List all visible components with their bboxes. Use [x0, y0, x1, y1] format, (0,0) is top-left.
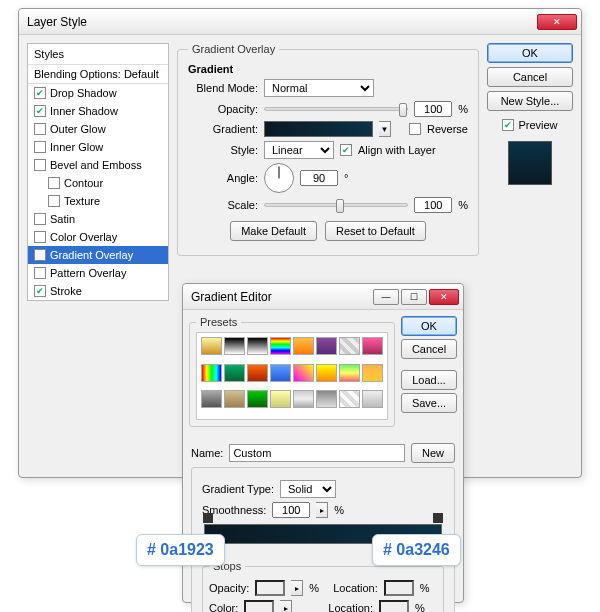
smooth-input[interactable]	[272, 502, 310, 518]
style-item-outer-glow[interactable]: Outer Glow	[28, 120, 168, 138]
editor-ok-button[interactable]: OK	[401, 316, 457, 336]
style-select[interactable]: Linear	[264, 141, 334, 159]
reset-default-button[interactable]: Reset to Default	[325, 221, 426, 241]
editor-titlebar: Gradient Editor — ☐ ✕	[183, 284, 463, 310]
right-column: OK Cancel New Style... ✔ Preview	[487, 43, 573, 301]
preset-swatch[interactable]	[293, 337, 314, 355]
checkbox[interactable]	[34, 123, 46, 135]
preset-swatch[interactable]	[339, 390, 360, 408]
preset-swatch[interactable]	[316, 337, 337, 355]
checkbox[interactable]	[48, 177, 60, 189]
checkbox[interactable]	[34, 267, 46, 279]
preset-swatch[interactable]	[247, 337, 268, 355]
preset-swatch[interactable]	[339, 364, 360, 382]
checkbox[interactable]	[34, 231, 46, 243]
scale-label: Scale:	[188, 199, 258, 211]
preset-swatch[interactable]	[362, 364, 383, 382]
checkbox[interactable]	[34, 213, 46, 225]
callout-left: # 0a1923	[136, 534, 225, 566]
preset-swatch[interactable]	[247, 390, 268, 408]
close-icon[interactable]: ✕	[537, 14, 577, 30]
gradient-overlay-group: Gradient Overlay Gradient Blend Mode: No…	[177, 43, 479, 256]
reverse-label: Reverse	[427, 123, 468, 135]
preset-swatch[interactable]	[224, 390, 245, 408]
editor-cancel-button[interactable]: Cancel	[401, 339, 457, 359]
checkbox[interactable]: ✔	[34, 249, 46, 261]
preset-swatch[interactable]	[362, 337, 383, 355]
reverse-checkbox[interactable]	[409, 123, 421, 135]
style-item-stroke[interactable]: ✔Stroke	[28, 282, 168, 300]
opacity-stop-left[interactable]	[203, 513, 213, 523]
preset-swatch[interactable]	[224, 337, 245, 355]
stop-color-input	[244, 600, 274, 612]
checkbox[interactable]	[34, 159, 46, 171]
new-style-button[interactable]: New Style...	[487, 91, 573, 111]
smooth-dropdown-icon[interactable]: ▸	[316, 502, 328, 518]
stop-opacity-input	[255, 580, 285, 596]
checkbox[interactable]	[34, 141, 46, 153]
checkbox[interactable]: ✔	[34, 87, 46, 99]
style-item-inner-shadow[interactable]: ✔Inner Shadow	[28, 102, 168, 120]
stop-location-input	[384, 580, 414, 596]
ok-button[interactable]: OK	[487, 43, 573, 63]
opacity-slider[interactable]	[264, 107, 408, 111]
style-item-drop-shadow[interactable]: ✔Drop Shadow	[28, 84, 168, 102]
minimize-icon[interactable]: —	[373, 289, 399, 305]
preset-swatch[interactable]	[316, 364, 337, 382]
name-input[interactable]	[229, 444, 405, 462]
stop-location2-input	[379, 600, 409, 612]
blend-mode-select[interactable]: Normal	[264, 79, 374, 97]
save-button[interactable]: Save...	[401, 393, 457, 413]
preset-swatch[interactable]	[270, 390, 291, 408]
angle-dial[interactable]	[264, 163, 294, 193]
checkbox[interactable]: ✔	[34, 105, 46, 117]
center-panel: Gradient Overlay Gradient Blend Mode: No…	[177, 43, 479, 301]
preset-swatch[interactable]	[201, 390, 222, 408]
preset-swatch[interactable]	[247, 364, 268, 382]
preset-swatch[interactable]	[339, 337, 360, 355]
style-item-bevel-and-emboss[interactable]: Bevel and Emboss	[28, 156, 168, 174]
preset-swatch[interactable]	[270, 337, 291, 355]
load-button[interactable]: Load...	[401, 370, 457, 390]
preview-checkbox[interactable]: ✔	[502, 119, 514, 131]
scale-slider[interactable]	[264, 203, 408, 207]
gradient-dropdown-icon[interactable]: ▼	[379, 121, 391, 137]
preset-swatch[interactable]	[201, 337, 222, 355]
opacity-input[interactable]	[414, 101, 452, 117]
style-item-pattern-overlay[interactable]: Pattern Overlay	[28, 264, 168, 282]
opacity-stop-right[interactable]	[433, 513, 443, 523]
name-label: Name:	[191, 447, 223, 459]
maximize-icon[interactable]: ☐	[401, 289, 427, 305]
blending-options[interactable]: Blending Options: Default	[28, 65, 168, 84]
scale-input[interactable]	[414, 197, 452, 213]
styles-panel: Styles Blending Options: Default ✔Drop S…	[27, 43, 169, 301]
preset-swatch[interactable]	[293, 364, 314, 382]
preset-swatch[interactable]	[201, 364, 222, 382]
gradient-swatch[interactable]	[264, 121, 373, 137]
style-item-gradient-overlay[interactable]: ✔Gradient Overlay	[28, 246, 168, 264]
make-default-button[interactable]: Make Default	[230, 221, 317, 241]
cancel-button[interactable]: Cancel	[487, 67, 573, 87]
presets-grid[interactable]	[196, 332, 388, 420]
style-item-satin[interactable]: Satin	[28, 210, 168, 228]
style-item-contour[interactable]: Contour	[28, 174, 168, 192]
preset-swatch[interactable]	[293, 390, 314, 408]
presets-label: Presets	[196, 316, 241, 328]
new-button[interactable]: New	[411, 443, 455, 463]
angle-input[interactable]	[300, 170, 338, 186]
style-item-color-overlay[interactable]: Color Overlay	[28, 228, 168, 246]
preset-swatch[interactable]	[224, 364, 245, 382]
preset-swatch[interactable]	[362, 390, 383, 408]
type-label: Gradient Type:	[202, 483, 274, 495]
align-checkbox[interactable]: ✔	[340, 144, 352, 156]
style-item-inner-glow[interactable]: Inner Glow	[28, 138, 168, 156]
checkbox[interactable]: ✔	[34, 285, 46, 297]
titlebar: Layer Style ✕	[19, 9, 581, 35]
checkbox[interactable]	[48, 195, 60, 207]
preset-swatch[interactable]	[270, 364, 291, 382]
type-select[interactable]: Solid	[280, 480, 336, 498]
editor-close-icon[interactable]: ✕	[429, 289, 459, 305]
styles-header[interactable]: Styles	[28, 44, 168, 65]
style-item-texture[interactable]: Texture	[28, 192, 168, 210]
preset-swatch[interactable]	[316, 390, 337, 408]
